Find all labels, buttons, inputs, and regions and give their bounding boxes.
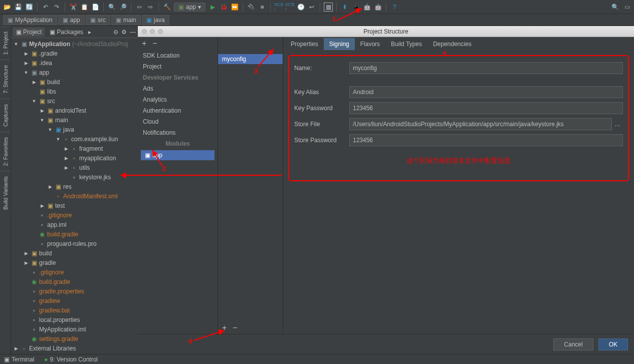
tree-item-java[interactable]: ▣java	[11, 125, 138, 134]
add-icon[interactable]: +	[142, 39, 146, 48]
tree-item-build[interactable]: ▣build	[11, 248, 138, 258]
open-icon[interactable]: 📂	[3, 3, 11, 11]
module-app[interactable]: ▣app	[141, 150, 215, 160]
android-logo-icon[interactable]: 🤖	[374, 3, 382, 11]
config-myconfig[interactable]: myconfig	[218, 54, 283, 64]
tree-item-gradlew[interactable]: ▫gradlew	[11, 296, 138, 305]
hide-icon[interactable]: —	[130, 29, 136, 36]
minimize-icon[interactable]	[150, 29, 155, 34]
project-structure-icon[interactable]: ▦	[324, 3, 332, 11]
find-icon[interactable]: 🔍	[108, 3, 116, 11]
avd-manager-icon[interactable]: 📱	[352, 3, 360, 11]
browse-store-file-button[interactable]: …	[612, 121, 623, 128]
tab-signing[interactable]: Signing	[324, 38, 355, 50]
input-key-alias[interactable]	[349, 86, 623, 98]
save-icon[interactable]: 💾	[14, 3, 22, 11]
nav-cloud[interactable]: Cloud	[138, 116, 218, 127]
tree-item-MyApplication-iml[interactable]: ▫MyApplication.iml	[11, 324, 138, 334]
nav-authentication[interactable]: Authentication	[138, 105, 218, 116]
crumb-src[interactable]: ▣src	[86, 15, 110, 25]
tree-item-src[interactable]: ▣src	[11, 96, 138, 106]
cut-icon[interactable]: ✂️	[69, 3, 77, 11]
collapse-icon[interactable]: ⊖	[113, 29, 118, 36]
status-version-control[interactable]: ●9: Version Control	[44, 356, 98, 363]
tree-item-androidTest[interactable]: ▣androidTest	[11, 106, 138, 115]
tab-flavors[interactable]: Flavors	[355, 38, 385, 50]
tree-item-gradle-properties[interactable]: ▫gradle.properties	[11, 286, 138, 296]
cancel-button[interactable]: Cancel	[553, 338, 593, 350]
tree-item-fragment[interactable]: ▫fragment	[11, 144, 138, 153]
tree-external-libraries[interactable]: ▫External Libraries	[11, 343, 138, 353]
tree-item-gradlew-bat[interactable]: ▫gradlew.bat	[11, 305, 138, 315]
sidetab-favorites[interactable]: 2: Favorites	[0, 132, 11, 171]
add-config-icon[interactable]: +	[222, 323, 227, 332]
tree-item-libs[interactable]: ▣libs	[11, 87, 138, 96]
tree-item--gitignore[interactable]: ▫.gitignore	[11, 210, 138, 220]
make-icon[interactable]: 🔨	[163, 3, 171, 11]
input-store-file[interactable]	[349, 118, 612, 130]
remove-config-icon[interactable]: −	[233, 323, 237, 332]
input-key-password[interactable]	[349, 102, 623, 114]
nav-ads[interactable]: Ads	[138, 83, 218, 94]
nav-analytics[interactable]: Analytics	[138, 94, 218, 105]
crumb-app[interactable]: ▣app	[58, 15, 85, 25]
crumb-main[interactable]: ▣main	[111, 15, 141, 25]
tree-item-build[interactable]: ▣build	[11, 77, 138, 87]
sidetab-structure[interactable]: 7: Structure	[0, 60, 11, 99]
input-name[interactable]	[349, 62, 623, 74]
sync-icon[interactable]: 🔄	[25, 3, 33, 11]
vcs-history-icon[interactable]: 🕐	[297, 3, 305, 11]
tree-item-settings-gradle[interactable]: ◉settings.gradle	[11, 334, 138, 343]
ok-button[interactable]: OK	[598, 338, 628, 350]
tree-item-com-example-liun[interactable]: ▫com.example.liun	[11, 134, 138, 144]
tab-project[interactable]: ▣Project	[13, 28, 45, 37]
tree-item--gradle[interactable]: ▣.gradle	[11, 49, 138, 58]
vcs-update-icon[interactable]: VCS↓	[275, 3, 283, 11]
settings-icon[interactable]: ▭	[623, 3, 631, 11]
run-icon[interactable]: ▶	[208, 3, 217, 11]
status-terminal[interactable]: ▣Terminal	[4, 356, 34, 363]
remove-icon[interactable]: −	[152, 39, 157, 48]
crumb-java[interactable]: ▣java	[142, 15, 169, 25]
tree-item-test[interactable]: ▣test	[11, 201, 138, 210]
sidetab-build-variants[interactable]: Build Variants	[0, 171, 11, 215]
android-icon[interactable]: 🤖	[363, 3, 371, 11]
chevron-right-icon[interactable]: ▸	[88, 29, 91, 36]
gear-icon[interactable]: ⚙	[121, 29, 127, 36]
sdk-manager-icon[interactable]: ⬇	[341, 3, 349, 11]
debug-icon[interactable]: 🐞	[220, 3, 228, 11]
profile-icon[interactable]: ⏩	[231, 3, 239, 11]
replace-icon[interactable]: 🔎	[119, 3, 127, 11]
tree-item-build-gradle[interactable]: ◉build.gradle	[11, 277, 138, 286]
tree-item-proguard-rules-pro[interactable]: ▫proguard-rules.pro	[11, 239, 138, 248]
tree-item-gradle[interactable]: ▣gradle	[11, 258, 138, 267]
tree-item-app[interactable]: ▣app	[11, 68, 138, 77]
run-config-dropdown[interactable]: ▣ app ▾	[174, 3, 205, 12]
tree-item-local-properties[interactable]: ▫local.properties	[11, 315, 138, 324]
undo-icon[interactable]: ↶	[42, 3, 50, 11]
tree-item-myapplication[interactable]: ▫myapplication	[11, 153, 138, 163]
copy-icon[interactable]: 📋	[80, 3, 88, 11]
tab-dependencies[interactable]: Dependencies	[428, 38, 477, 50]
crumb-myapplication[interactable]: ▣MyApplication	[3, 15, 57, 25]
tab-build-types[interactable]: Build Types	[385, 38, 428, 50]
tree-item-res[interactable]: ▣res	[11, 182, 138, 191]
paste-icon[interactable]: 📄	[91, 3, 99, 11]
tree-item-build-gradle[interactable]: ◉build.gradle	[11, 229, 138, 239]
nav-notifications[interactable]: Notifications	[138, 127, 218, 138]
nav-sdk-location[interactable]: SDK Location	[138, 50, 218, 61]
vcs-revert-icon[interactable]: ↩	[308, 3, 316, 11]
tab-packages[interactable]: ▣Packages	[47, 28, 86, 37]
sidetab-project[interactable]: 1: Project	[0, 26, 11, 60]
tree-item-keystore-jks[interactable]: ▫keystore.jks	[11, 172, 138, 182]
tree-item-main[interactable]: ▣main	[11, 115, 138, 125]
zoom-icon[interactable]	[158, 29, 163, 34]
redo-icon[interactable]: ↷	[53, 3, 61, 11]
tree-item--idea[interactable]: ▣.idea	[11, 58, 138, 68]
help-icon[interactable]: ?	[390, 3, 398, 11]
tree-item-app-iml[interactable]: ▫app.iml	[11, 220, 138, 229]
tree-root[interactable]: ▣MyApplication(~/AndroidStudioProj	[11, 39, 138, 49]
nav-project[interactable]: Project	[138, 61, 218, 72]
search-everywhere-icon[interactable]: 🔍	[611, 3, 619, 11]
vcs-commit-icon[interactable]: VCS↑	[286, 3, 294, 11]
